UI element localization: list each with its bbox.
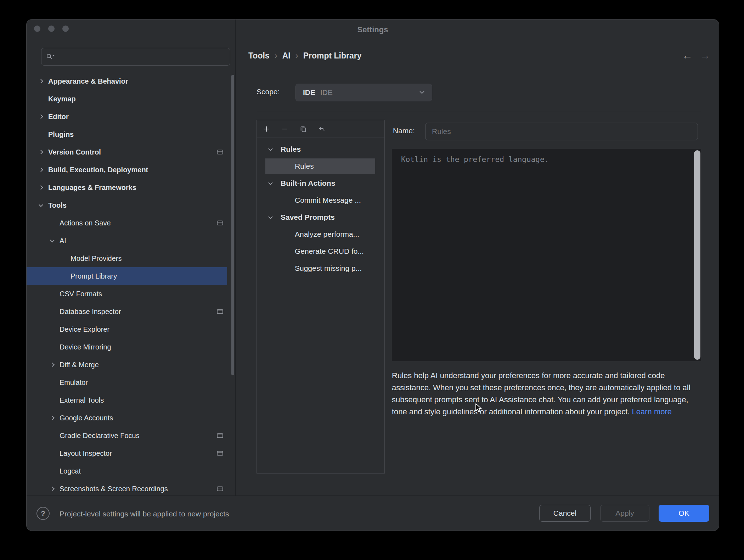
prompt-item-label: Rules xyxy=(281,145,301,153)
chevron-right-icon[interactable] xyxy=(50,487,55,491)
search-icon xyxy=(46,53,55,61)
sidebar-scrollbar[interactable] xyxy=(231,75,234,375)
sidebar-item-device-explorer[interactable]: Device Explorer xyxy=(27,320,227,338)
monitor-icon xyxy=(217,309,223,314)
chevron-down-icon[interactable] xyxy=(268,180,273,185)
prompt-item-rules[interactable]: Rules xyxy=(257,158,384,175)
sidebar-item-external-tools[interactable]: External Tools xyxy=(27,391,227,409)
prompt-item-label: Commit Message ... xyxy=(295,196,361,205)
breadcrumb-ai[interactable]: AI xyxy=(282,51,291,61)
chevron-down-icon[interactable] xyxy=(268,214,273,219)
help-icon[interactable]: ? xyxy=(36,507,50,520)
prompt-item-commit-message[interactable]: Commit Message ... xyxy=(257,192,384,209)
copy-icon[interactable] xyxy=(299,125,307,133)
history-navigation: ← → xyxy=(681,49,711,61)
scope-select[interactable]: IDE IDE xyxy=(295,84,432,101)
editor-scrollbar[interactable] xyxy=(694,150,700,360)
sidebar-item-appearance-behavior[interactable]: Appearance & Behavior xyxy=(27,72,227,90)
chevron-down-icon[interactable] xyxy=(39,202,43,207)
name-label: Name: xyxy=(393,127,415,135)
remove-icon[interactable] xyxy=(281,125,289,133)
sidebar-item-build-execution-deployment[interactable]: Build, Execution, Deployment xyxy=(27,161,227,179)
prompt-item-label: Generate CRUD fo... xyxy=(295,247,364,256)
sidebar-item-database-inspector[interactable]: Database Inspector xyxy=(27,303,227,320)
chevron-right-icon[interactable] xyxy=(39,168,43,172)
sidebar-item-keymap[interactable]: Keymap xyxy=(27,90,227,108)
rules-description: Rules help AI understand your preference… xyxy=(392,370,704,418)
sidebar-item-label: Emulator xyxy=(60,379,88,387)
prompt-item-generate-crud-fo[interactable]: Generate CRUD fo... xyxy=(257,243,384,260)
chevron-right-icon[interactable] xyxy=(50,416,55,420)
scope-label: Scope: xyxy=(257,88,280,96)
sidebar-item-ai[interactable]: AI xyxy=(27,232,227,250)
sidebar-item-layout-inspector[interactable]: Layout Inspector xyxy=(27,444,227,462)
sidebar-item-tools[interactable]: Tools xyxy=(27,196,227,214)
sidebar-item-label: Tools xyxy=(48,201,67,209)
sidebar-item-model-providers[interactable]: Model Providers xyxy=(27,250,227,267)
sidebar-item-screenshots-screen-recordings[interactable]: Screenshots & Screen Recordings xyxy=(27,480,227,495)
chevron-right-icon[interactable] xyxy=(39,79,43,84)
prompt-item-suggest-missing-p[interactable]: Suggest missing p... xyxy=(257,260,384,277)
sidebar-item-label: Device Mirroring xyxy=(60,343,111,351)
prompt-group-saved-prompts[interactable]: Saved Prompts xyxy=(257,209,384,226)
sidebar-item-prompt-library[interactable]: Prompt Library xyxy=(27,267,227,285)
prompt-item-label: Analyze performa... xyxy=(295,230,359,239)
breadcrumb-separator: › xyxy=(291,51,303,61)
sidebar-item-label: Plugins xyxy=(48,130,74,139)
scope-separator xyxy=(257,111,701,111)
back-arrow-icon[interactable]: ← xyxy=(681,49,693,61)
breadcrumb-prompt-library: Prompt Library xyxy=(303,51,362,61)
chevron-down-icon[interactable] xyxy=(268,146,273,151)
chevron-right-icon[interactable] xyxy=(39,114,43,119)
sidebar-item-label: Actions on Save xyxy=(60,219,111,227)
sidebar-item-languages-frameworks[interactable]: Languages & Frameworks xyxy=(27,179,227,196)
prompt-group-built-in-actions[interactable]: Built-in Actions xyxy=(257,175,384,192)
monitor-icon xyxy=(217,486,223,492)
sidebar-item-google-accounts[interactable]: Google Accounts xyxy=(27,409,227,427)
prompt-item-analyze-performa[interactable]: Analyze performa... xyxy=(257,226,384,243)
prompt-group-rules[interactable]: Rules xyxy=(257,141,384,158)
sidebar-item-label: Gradle Declarative Focus xyxy=(60,432,140,440)
monitor-icon xyxy=(217,450,223,456)
sidebar-item-label: Prompt Library xyxy=(71,272,117,280)
name-input[interactable] xyxy=(425,123,698,140)
sidebar-item-label: Languages & Frameworks xyxy=(48,184,136,192)
sidebar-item-csv-formats[interactable]: CSV Formats xyxy=(27,285,227,303)
chevron-right-icon[interactable] xyxy=(39,150,43,155)
chevron-right-icon[interactable] xyxy=(39,185,43,190)
sidebar-item-editor[interactable]: Editor xyxy=(27,108,227,125)
sidebar-item-label: External Tools xyxy=(60,396,104,404)
footer-note: Project-level settings will be applied t… xyxy=(60,496,229,531)
chevron-down-icon xyxy=(419,91,425,94)
chevron-down-icon[interactable] xyxy=(50,238,55,242)
sidebar-item-label: Diff & Merge xyxy=(60,361,99,369)
search-input[interactable] xyxy=(55,53,226,61)
sidebar-item-logcat[interactable]: Logcat xyxy=(27,462,227,480)
settings-search[interactable] xyxy=(41,48,230,66)
sidebar-item-version-control[interactable]: Version Control xyxy=(27,143,227,161)
apply-button[interactable]: Apply xyxy=(600,505,649,522)
prompt-tree: RulesRulesBuilt-in ActionsCommit Message… xyxy=(257,141,384,277)
sidebar-item-label: Build, Execution, Deployment xyxy=(48,166,148,174)
sidebar-item-label: Editor xyxy=(48,113,69,121)
sidebar-item-device-mirroring[interactable]: Device Mirroring xyxy=(27,338,227,356)
sidebar-item-label: Screenshots & Screen Recordings xyxy=(60,485,168,493)
chevron-right-icon[interactable] xyxy=(50,363,55,367)
sidebar-item-emulator[interactable]: Emulator xyxy=(27,374,227,391)
breadcrumb-tools[interactable]: Tools xyxy=(248,51,270,61)
sidebar-item-label: AI xyxy=(60,237,66,245)
sidebar-item-actions-on-save[interactable]: Actions on Save xyxy=(27,214,227,232)
learn-more-link[interactable]: Learn more xyxy=(632,407,672,416)
settings-window: Settings Appearance & BehaviorKeymapEdit… xyxy=(26,19,719,531)
sidebar-item-diff-merge[interactable]: Diff & Merge xyxy=(27,356,227,374)
prompt-editor[interactable]: Kotlin is the preferred language. xyxy=(392,149,701,361)
cancel-button[interactable]: Cancel xyxy=(539,505,591,522)
prompt-toolbar xyxy=(257,120,384,138)
sidebar-item-gradle-declarative-focus[interactable]: Gradle Declarative Focus xyxy=(27,427,227,444)
sidebar-item-plugins[interactable]: Plugins xyxy=(27,125,227,143)
sidebar: Appearance & BehaviorKeymapEditorPlugins… xyxy=(27,19,236,495)
forward-arrow-icon[interactable]: → xyxy=(699,49,711,61)
ok-button[interactable]: OK xyxy=(659,505,709,522)
add-icon[interactable] xyxy=(263,125,270,133)
undo-icon[interactable] xyxy=(318,125,326,133)
